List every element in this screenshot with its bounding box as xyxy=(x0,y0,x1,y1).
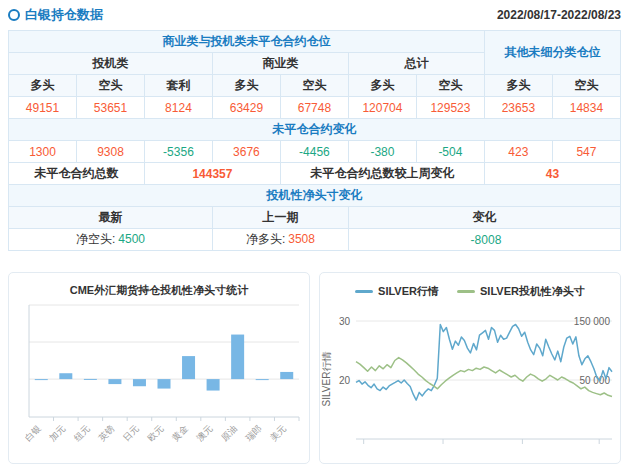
change-values-row: 1300 9308 -5356 3676 -4456 -380 -504 423… xyxy=(9,141,621,163)
svg-text:SILVER行情: SILVER行情 xyxy=(321,352,332,407)
position-value: 120704 xyxy=(348,97,416,119)
col-header: 套利 xyxy=(144,75,212,97)
net-latest-value: 4500 xyxy=(118,232,145,246)
position-value: 63429 xyxy=(212,97,280,119)
net-values-row: 净空头:4500 净多头:3508 -8008 xyxy=(9,229,621,251)
col-header: 空头 xyxy=(76,75,144,97)
col-header: 空头 xyxy=(552,75,620,97)
svg-text:美元: 美元 xyxy=(268,423,288,443)
legend-label-net: SILVER投机性净头寸 xyxy=(480,284,585,299)
column-header-row: 多头 空头 套利 多头 空头 多头 空头 多头 空头 xyxy=(9,75,621,97)
change-value: 1300 xyxy=(9,141,77,163)
bar-chart: 白银加元纽元英镑日元欧元黄金澳元原油瑞郎美元 xyxy=(9,299,309,459)
position-value: 67748 xyxy=(280,97,348,119)
net-header-previous: 上一期 xyxy=(212,207,348,229)
col-header: 多头 xyxy=(484,75,552,97)
svg-text:30: 30 xyxy=(339,316,351,327)
totals-row: 未平仓合约总数 144357 未平仓合约总数较上周变化 43 xyxy=(9,163,621,185)
svg-text:英镑: 英镑 xyxy=(97,423,117,443)
line-chart: 3020150 00050 000SILVER行情 xyxy=(320,299,620,459)
change-value: 9308 xyxy=(76,141,144,163)
total-value: 144357 xyxy=(144,163,280,185)
group-total: 总计 xyxy=(348,53,484,75)
svg-text:原油: 原油 xyxy=(219,423,239,443)
net-section-row: 投机性净头寸变化 xyxy=(9,185,621,207)
page-header: 白银持仓数据 2022/08/17-2022/08/23 xyxy=(8,4,621,26)
net-latest-cell: 净空头:4500 xyxy=(9,229,213,251)
change-value: -5356 xyxy=(144,141,212,163)
svg-text:加元: 加元 xyxy=(47,423,67,443)
page-title: 白银持仓数据 xyxy=(25,6,103,24)
change-section-title: 未平仓合约变化 xyxy=(9,119,621,141)
position-value: 129523 xyxy=(416,97,484,119)
svg-text:瑞郎: 瑞郎 xyxy=(243,423,264,444)
position-value: 8124 xyxy=(144,97,212,119)
position-value: 53651 xyxy=(76,97,144,119)
change-value: 3676 xyxy=(212,141,280,163)
svg-text:欧元: 欧元 xyxy=(146,423,166,443)
col-header: 多头 xyxy=(9,75,77,97)
svg-text:日元: 日元 xyxy=(121,423,141,443)
net-change-cell: -8008 xyxy=(348,229,620,251)
col-header: 空头 xyxy=(280,75,348,97)
group-speculative: 投机类 xyxy=(9,53,213,75)
position-values-row: 49151 53651 8124 63429 67748 120704 1295… xyxy=(9,97,621,119)
legend-label-price: SILVER行情 xyxy=(378,284,439,299)
net-change-value: -8008 xyxy=(471,233,502,247)
svg-text:白银: 白银 xyxy=(23,423,43,443)
change-value: -4456 xyxy=(280,141,348,163)
legend-swatch-green-icon xyxy=(457,290,475,293)
page: 白银持仓数据 2022/08/17-2022/08/23 商业类与投机类未平仓合… xyxy=(0,0,629,469)
charts-area: CME外汇期货持仓投机性净头寸统计 白银加元纽元英镑日元欧元黄金澳元原油瑞郎美元… xyxy=(8,272,621,464)
title-bullet-icon xyxy=(8,9,20,21)
net-header-change: 变化 xyxy=(348,207,620,229)
change-section-row: 未平仓合约变化 xyxy=(9,119,621,141)
net-prev-value: 3508 xyxy=(288,232,315,246)
svg-text:150 000: 150 000 xyxy=(574,316,611,327)
bar-chart-title: CME外汇期货持仓投机性净头寸统计 xyxy=(9,273,309,299)
header-other: 其他未细分类仓位 xyxy=(484,31,620,75)
position-value: 49151 xyxy=(9,97,77,119)
change-value: 423 xyxy=(484,141,552,163)
col-header: 多头 xyxy=(212,75,280,97)
positions-table: 商业类与投机类未平仓合约仓位 其他未细分类仓位 投机类 商业类 总计 多头 空头… xyxy=(8,30,621,251)
change-value: 547 xyxy=(552,141,620,163)
change-value: -380 xyxy=(348,141,416,163)
total-change-label: 未平仓合约总数较上周变化 xyxy=(280,163,484,185)
section-header-row: 商业类与投机类未平仓合约仓位 其他未细分类仓位 xyxy=(9,31,621,53)
group-commercial: 商业类 xyxy=(212,53,348,75)
svg-text:黄金: 黄金 xyxy=(170,423,190,443)
total-label: 未平仓合约总数 xyxy=(9,163,145,185)
bar-chart-panel: CME外汇期货持仓投机性净头寸统计 白银加元纽元英镑日元欧元黄金澳元原油瑞郎美元 xyxy=(8,272,310,464)
total-change-value: 43 xyxy=(484,163,620,185)
svg-text:20: 20 xyxy=(339,375,351,386)
line-chart-legend: SILVER行情 SILVER投机性净头寸 xyxy=(320,273,620,299)
date-range: 2022/08/17-2022/08/23 xyxy=(497,8,621,22)
position-value: 23653 xyxy=(484,97,552,119)
legend-item-net: SILVER投机性净头寸 xyxy=(457,284,585,299)
legend-item-price: SILVER行情 xyxy=(355,284,439,299)
change-value: -504 xyxy=(416,141,484,163)
svg-text:纽元: 纽元 xyxy=(72,423,92,443)
net-prev-cell: 净多头:3508 xyxy=(212,229,348,251)
line-chart-panel: SILVER行情 SILVER投机性净头寸 3020150 00050 000S… xyxy=(319,272,621,464)
net-header-row: 最新 上一期 变化 xyxy=(9,207,621,229)
net-header-latest: 最新 xyxy=(9,207,213,229)
svg-text:澳元: 澳元 xyxy=(195,423,215,443)
net-latest-label: 净空头: xyxy=(76,232,115,246)
title-wrap: 白银持仓数据 xyxy=(8,6,103,24)
col-header: 空头 xyxy=(416,75,484,97)
col-header: 多头 xyxy=(348,75,416,97)
header-main: 商业类与投机类未平仓合约仓位 xyxy=(9,31,485,53)
legend-swatch-blue-icon xyxy=(355,290,373,293)
net-section-title: 投机性净头寸变化 xyxy=(9,185,621,207)
position-value: 14834 xyxy=(552,97,620,119)
net-prev-label: 净多头: xyxy=(246,232,285,246)
